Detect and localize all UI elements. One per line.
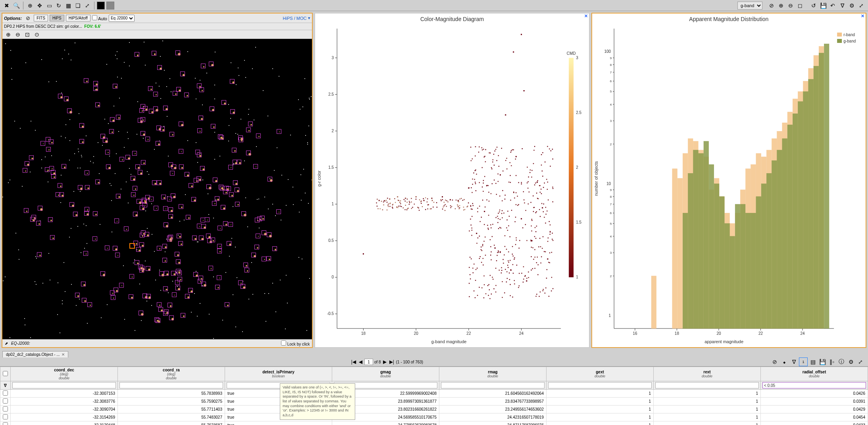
reset-icon[interactable]: ↺ bbox=[809, 1, 818, 10]
undo-icon[interactable]: ↶ bbox=[828, 1, 837, 10]
search-icon[interactable]: 🔍 bbox=[12, 1, 21, 10]
svg-rect-172 bbox=[547, 146, 548, 147]
zoom-out-icon[interactable]: ⊖ bbox=[786, 1, 795, 10]
zoom-fit-icon[interactable]: ◻ bbox=[796, 1, 804, 10]
filter-icon[interactable]: ∇ bbox=[838, 1, 847, 10]
table-expand-icon[interactable]: ⤢ bbox=[856, 357, 865, 366]
table-filter-icon[interactable]: ∇ bbox=[789, 357, 798, 366]
view-grid-button[interactable] bbox=[106, 2, 114, 10]
svg-rect-479 bbox=[485, 293, 486, 294]
table-tab[interactable]: dp02_dc2_catalogs.Object - ... ✕ bbox=[2, 351, 68, 357]
fullscreen-icon[interactable]: ⤢ bbox=[857, 1, 866, 10]
svg-rect-443 bbox=[473, 290, 474, 291]
expand-icon[interactable]: ⤢ bbox=[83, 1, 92, 10]
col-rext[interactable]: rextdouble bbox=[654, 367, 761, 381]
grid-icon[interactable]: ▦ bbox=[64, 1, 73, 10]
auto-checkbox[interactable] bbox=[92, 15, 97, 20]
sky-zoom-1x-icon[interactable]: ⊙ bbox=[33, 30, 41, 39]
close-icon[interactable]: ✕ bbox=[584, 14, 588, 19]
options-disable-icon[interactable]: ⊘ bbox=[23, 14, 32, 23]
pan-icon[interactable]: ✥ bbox=[35, 1, 44, 10]
hips-moc-link[interactable]: HiPS / MOC bbox=[283, 16, 307, 21]
disable-icon[interactable]: ⊘ bbox=[767, 1, 776, 10]
table-save-icon[interactable]: 💾 bbox=[818, 357, 827, 366]
hips-button[interactable]: HiPS bbox=[50, 15, 64, 21]
zoom-in-icon[interactable]: ⊕ bbox=[777, 1, 785, 10]
svg-rect-436 bbox=[493, 162, 493, 162]
dropdown-icon[interactable]: ▾ bbox=[308, 15, 310, 21]
band-select[interactable]: g-band bbox=[737, 2, 762, 10]
filter-gext[interactable] bbox=[548, 382, 652, 388]
page-input[interactable] bbox=[364, 359, 373, 365]
layers-icon[interactable]: ❏ bbox=[73, 1, 82, 10]
table-row[interactable]: -32.312044855.7623687true24.778562620983… bbox=[0, 421, 868, 425]
filter-rext[interactable] bbox=[655, 382, 759, 388]
table-row[interactable]: -32.308377655.7590275true23.899973091361… bbox=[0, 398, 868, 406]
table-row[interactable]: -32.315426955.7483027true24.569585510170… bbox=[0, 413, 868, 421]
sky-zoom-in-icon[interactable]: ⊕ bbox=[4, 30, 13, 39]
svg-rect-143 bbox=[393, 204, 393, 205]
first-page-button[interactable]: |◀ bbox=[350, 359, 357, 365]
col-coord_ra[interactable]: coord_ra(deg)double bbox=[118, 367, 225, 381]
filter-coord_ra[interactable] bbox=[119, 382, 223, 388]
target-icon[interactable]: ⊕ bbox=[26, 1, 35, 10]
col-radial_offset[interactable]: radial_offsetdouble bbox=[761, 367, 868, 381]
filter-radial_offset[interactable] bbox=[762, 382, 866, 388]
svg-rect-188 bbox=[490, 153, 491, 153]
svg-rect-349 bbox=[501, 272, 502, 273]
svg-rect-267 bbox=[510, 284, 511, 285]
table-row[interactable]: -32.300715355.7838993true22.599999690024… bbox=[0, 390, 868, 398]
save-icon[interactable]: 💾 bbox=[819, 1, 828, 10]
lock-checkbox-label[interactable]: Lock by click bbox=[281, 340, 310, 346]
svg-rect-334 bbox=[538, 264, 539, 265]
row-checkbox[interactable] bbox=[3, 390, 8, 396]
tab-close-icon[interactable]: ✕ bbox=[62, 352, 65, 357]
col-rmag[interactable]: rmagdouble bbox=[439, 367, 547, 381]
aitoff-button[interactable]: HiPS/Aitoff bbox=[66, 15, 90, 21]
row-checkbox[interactable] bbox=[3, 422, 8, 425]
select-all-checkbox[interactable] bbox=[3, 371, 8, 376]
table-row[interactable]: -32.309070455.7711403true23.802316606261… bbox=[0, 406, 868, 413]
lock-checkbox[interactable] bbox=[281, 340, 286, 346]
row-checkbox[interactable] bbox=[3, 406, 8, 411]
table-text2-icon[interactable]: ▤ bbox=[808, 357, 817, 366]
table-chart-icon[interactable]: ⬥ bbox=[780, 357, 789, 366]
svg-rect-422 bbox=[497, 160, 497, 161]
svg-rect-424 bbox=[551, 277, 552, 278]
view-single-button[interactable] bbox=[97, 2, 105, 10]
svg-rect-685 bbox=[803, 91, 808, 328]
cmd-chart[interactable]: 18202224-0.500.511.522.53g-band magnitud… bbox=[315, 25, 589, 346]
prev-page-button[interactable]: ◀ bbox=[358, 359, 363, 365]
close-icon[interactable]: ✕ bbox=[861, 14, 864, 19]
table-settings-icon[interactable]: ⚙ bbox=[847, 357, 855, 366]
fits-button[interactable]: FITS bbox=[34, 15, 48, 21]
sky-image-view[interactable] bbox=[2, 39, 312, 339]
col-gext[interactable]: gextdouble bbox=[547, 367, 654, 381]
eq-select[interactable]: Eq J2000 bbox=[109, 15, 135, 22]
svg-text:1.5: 1.5 bbox=[329, 165, 334, 170]
svg-rect-392 bbox=[527, 240, 527, 241]
last-page-button[interactable]: ▶| bbox=[389, 359, 395, 365]
settings-icon[interactable]: ⚙ bbox=[847, 1, 856, 10]
hist-chart[interactable]: 16182022241101002345678923456789apparent… bbox=[592, 25, 866, 346]
table-columns-icon[interactable]: ‖◦ bbox=[828, 357, 836, 366]
refresh-icon[interactable]: ↻ bbox=[54, 1, 63, 10]
row-checkbox[interactable] bbox=[3, 414, 8, 419]
row-checkbox[interactable] bbox=[3, 398, 8, 404]
tools-icon[interactable]: ✖ bbox=[2, 1, 11, 10]
auto-checkbox-label[interactable]: Auto bbox=[92, 15, 107, 21]
table-disable-icon[interactable]: ⊘ bbox=[770, 357, 779, 366]
col-coord_dec[interactable]: coord_dec(deg)double bbox=[11, 367, 118, 381]
filter-rmag[interactable] bbox=[441, 382, 545, 388]
sky-zoom-out-icon[interactable]: ⊖ bbox=[13, 30, 22, 39]
sky-zoom-fit-icon[interactable]: ⊡ bbox=[23, 30, 32, 39]
table-text-icon[interactable]: 1 bbox=[799, 357, 808, 366]
table-info-icon[interactable]: ⓘ bbox=[837, 357, 846, 366]
filter-row-icon[interactable]: ∇ bbox=[4, 383, 7, 388]
col-detect_isPrimary[interactable]: detect_isPrimaryboolean bbox=[225, 367, 332, 381]
popout-icon[interactable]: ⬈ bbox=[5, 341, 8, 346]
col-gmag[interactable]: gmagdouble bbox=[332, 367, 439, 381]
filter-coord_dec[interactable] bbox=[12, 382, 116, 388]
next-page-button[interactable]: ▶ bbox=[382, 359, 387, 365]
select-box-icon[interactable]: ▭ bbox=[45, 1, 54, 10]
